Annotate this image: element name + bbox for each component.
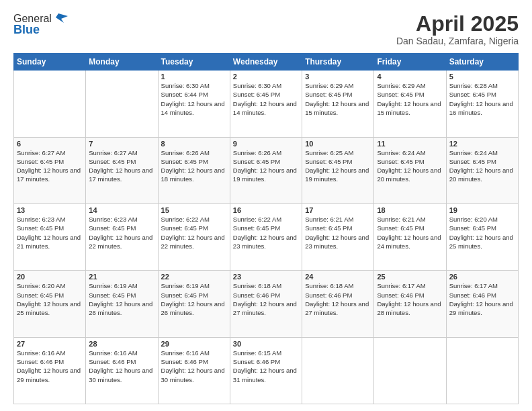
day-info: Sunrise: 6:22 AM Sunset: 6:45 PM Dayligh… (161, 215, 227, 250)
day-info: Sunrise: 6:18 AM Sunset: 6:46 PM Dayligh… (305, 281, 371, 317)
day-number: 14 (89, 206, 154, 214)
daylight-text: Daylight: 12 hours and 14 minutes. (233, 99, 299, 118)
daylight-text: Daylight: 12 hours and 28 minutes. (377, 300, 443, 318)
sunset-text: Sunset: 6:45 PM (17, 291, 83, 300)
sunset-text: Sunset: 6:45 PM (377, 224, 443, 232)
day-info: Sunrise: 6:29 AM Sunset: 6:45 PM Dayligh… (377, 81, 443, 117)
sunset-text: Sunset: 6:45 PM (161, 224, 227, 232)
sunset-text: Sunset: 6:45 PM (17, 224, 83, 232)
daylight-text: Daylight: 12 hours and 29 minutes. (449, 300, 515, 318)
day-info: Sunrise: 6:18 AM Sunset: 6:46 PM Dayligh… (233, 281, 299, 317)
sunrise-text: Sunrise: 6:30 AM (233, 81, 299, 90)
daylight-text: Daylight: 12 hours and 15 minutes. (305, 99, 371, 118)
day-number: 1 (161, 73, 227, 81)
sunset-text: Sunset: 6:45 PM (233, 90, 299, 99)
table-row: 24 Sunrise: 6:18 AM Sunset: 6:46 PM Dayl… (302, 271, 374, 337)
daylight-text: Daylight: 12 hours and 20 minutes. (449, 166, 515, 184)
logo: General Blue (13, 12, 68, 37)
table-row: 14 Sunrise: 6:23 AM Sunset: 6:45 PM Dayl… (86, 203, 158, 270)
day-info: Sunrise: 6:16 AM Sunset: 6:46 PM Dayligh… (89, 349, 154, 384)
daylight-text: Daylight: 12 hours and 15 minutes. (377, 99, 443, 118)
table-row: 9 Sunrise: 6:26 AM Sunset: 6:45 PM Dayli… (230, 137, 302, 203)
sunrise-text: Sunrise: 6:22 AM (233, 215, 299, 224)
logo-bird-icon (53, 11, 68, 26)
day-number: 13 (17, 206, 83, 214)
daylight-text: Daylight: 12 hours and 27 minutes. (233, 300, 299, 318)
sunset-text: Sunset: 6:45 PM (305, 157, 371, 166)
day-info: Sunrise: 6:20 AM Sunset: 6:45 PM Dayligh… (449, 215, 515, 250)
table-row: 1 Sunrise: 6:30 AM Sunset: 6:44 PM Dayli… (158, 71, 230, 137)
table-row: 22 Sunrise: 6:19 AM Sunset: 6:45 PM Dayl… (158, 271, 230, 337)
sunset-text: Sunset: 6:46 PM (89, 357, 154, 366)
day-number: 7 (89, 140, 154, 148)
calendar-title: April 2025 (396, 12, 519, 36)
sunset-text: Sunset: 6:45 PM (89, 291, 154, 300)
calendar-row: 20 Sunrise: 6:20 AM Sunset: 6:45 PM Dayl… (14, 271, 519, 337)
col-friday: Friday (374, 54, 446, 71)
day-number: 23 (233, 273, 299, 281)
day-number: 6 (17, 140, 83, 148)
table-row: 11 Sunrise: 6:24 AM Sunset: 6:45 PM Dayl… (374, 137, 446, 203)
sunset-text: Sunset: 6:46 PM (17, 357, 83, 366)
day-info: Sunrise: 6:17 AM Sunset: 6:46 PM Dayligh… (377, 281, 443, 317)
table-row: 20 Sunrise: 6:20 AM Sunset: 6:45 PM Dayl… (14, 271, 86, 337)
day-number: 3 (305, 73, 371, 81)
sunrise-text: Sunrise: 6:24 AM (377, 148, 443, 157)
table-row: 4 Sunrise: 6:29 AM Sunset: 6:45 PM Dayli… (374, 71, 446, 137)
header: General Blue April 2025 Dan Sadau, Zamfa… (13, 12, 519, 46)
day-number: 10 (305, 140, 371, 148)
sunrise-text: Sunrise: 6:16 AM (89, 349, 154, 357)
day-info: Sunrise: 6:24 AM Sunset: 6:45 PM Dayligh… (449, 148, 515, 184)
sunset-text: Sunset: 6:44 PM (161, 90, 227, 99)
table-row: 2 Sunrise: 6:30 AM Sunset: 6:45 PM Dayli… (230, 71, 302, 137)
table-row: 23 Sunrise: 6:18 AM Sunset: 6:46 PM Dayl… (230, 271, 302, 337)
sunset-text: Sunset: 6:45 PM (449, 157, 515, 166)
sunrise-text: Sunrise: 6:29 AM (377, 81, 443, 90)
sunrise-text: Sunrise: 6:26 AM (233, 148, 299, 157)
daylight-text: Daylight: 12 hours and 22 minutes. (161, 233, 227, 251)
daylight-text: Daylight: 12 hours and 26 minutes. (89, 300, 154, 318)
table-row: 6 Sunrise: 6:27 AM Sunset: 6:45 PM Dayli… (14, 137, 86, 203)
day-info: Sunrise: 6:30 AM Sunset: 6:44 PM Dayligh… (161, 81, 227, 117)
sunrise-text: Sunrise: 6:17 AM (377, 281, 443, 290)
sunset-text: Sunset: 6:45 PM (233, 224, 299, 232)
sunset-text: Sunset: 6:45 PM (161, 157, 227, 166)
daylight-text: Daylight: 12 hours and 25 minutes. (17, 300, 83, 318)
sunset-text: Sunset: 6:45 PM (17, 157, 83, 166)
col-thursday: Thursday (302, 54, 374, 71)
col-tuesday: Tuesday (158, 54, 230, 71)
table-row (302, 337, 374, 404)
sunrise-text: Sunrise: 6:15 AM (233, 349, 299, 357)
day-number: 27 (17, 340, 83, 348)
sunrise-text: Sunrise: 6:17 AM (449, 281, 515, 290)
page: General Blue April 2025 Dan Sadau, Zamfa… (0, 0, 532, 411)
day-info: Sunrise: 6:26 AM Sunset: 6:45 PM Dayligh… (161, 148, 227, 184)
sunrise-text: Sunrise: 6:20 AM (449, 215, 515, 224)
table-row (86, 71, 158, 137)
day-info: Sunrise: 6:25 AM Sunset: 6:45 PM Dayligh… (305, 148, 371, 184)
day-number: 28 (89, 340, 154, 348)
table-row: 17 Sunrise: 6:21 AM Sunset: 6:45 PM Dayl… (302, 203, 374, 270)
day-number: 2 (233, 73, 299, 81)
sunrise-text: Sunrise: 6:19 AM (89, 281, 154, 290)
daylight-text: Daylight: 12 hours and 31 minutes. (233, 366, 299, 384)
table-row: 15 Sunrise: 6:22 AM Sunset: 6:45 PM Dayl… (158, 203, 230, 270)
daylight-text: Daylight: 12 hours and 29 minutes. (17, 366, 83, 384)
col-wednesday: Wednesday (230, 54, 302, 71)
day-info: Sunrise: 6:19 AM Sunset: 6:45 PM Dayligh… (89, 281, 154, 317)
title-block: April 2025 Dan Sadau, Zamfara, Nigeria (396, 12, 519, 46)
table-row: 26 Sunrise: 6:17 AM Sunset: 6:46 PM Dayl… (446, 271, 518, 337)
table-row: 25 Sunrise: 6:17 AM Sunset: 6:46 PM Dayl… (374, 271, 446, 337)
sunrise-text: Sunrise: 6:23 AM (89, 215, 154, 224)
daylight-text: Daylight: 12 hours and 17 minutes. (89, 166, 154, 184)
calendar-row: 6 Sunrise: 6:27 AM Sunset: 6:45 PM Dayli… (14, 137, 519, 203)
daylight-text: Daylight: 12 hours and 19 minutes. (305, 166, 371, 184)
day-info: Sunrise: 6:30 AM Sunset: 6:45 PM Dayligh… (233, 81, 299, 117)
calendar-row: 1 Sunrise: 6:30 AM Sunset: 6:44 PM Dayli… (14, 71, 519, 137)
sunrise-text: Sunrise: 6:24 AM (449, 148, 515, 157)
daylight-text: Daylight: 12 hours and 24 minutes. (377, 233, 443, 251)
daylight-text: Daylight: 12 hours and 14 minutes. (161, 99, 227, 118)
daylight-text: Daylight: 12 hours and 19 minutes. (233, 166, 299, 184)
day-info: Sunrise: 6:20 AM Sunset: 6:45 PM Dayligh… (17, 281, 83, 317)
day-info: Sunrise: 6:16 AM Sunset: 6:46 PM Dayligh… (161, 349, 227, 384)
